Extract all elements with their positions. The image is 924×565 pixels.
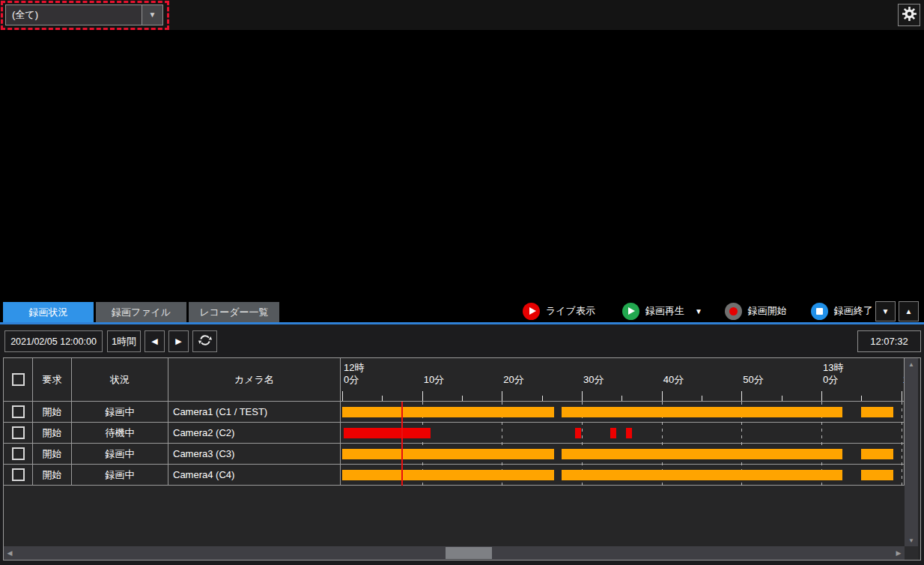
request-cell: 開始 [33,423,72,443]
scroll-down-icon[interactable]: ▼ [905,534,918,546]
record-stop-button[interactable]: 録画終了 [811,303,873,320]
select-all-checkbox[interactable] [12,373,25,386]
timeline-tick [382,396,383,401]
timeline-cell [341,444,905,464]
timeline-tick [582,391,583,401]
panel-expand-button[interactable]: ▲ [899,301,919,321]
scroll-left-icon[interactable]: ◀ [4,546,16,560]
live-view-button[interactable]: ライブ表示 [523,303,595,320]
datetime-field[interactable]: 2021/02/05 12:00:00 [4,330,103,352]
timeline-cell [341,402,905,422]
stop-icon [811,303,828,320]
prev-button[interactable]: ◀ [145,330,165,352]
header-status: 状況 [72,358,168,401]
record-start-label: 録画開始 [748,304,787,318]
range-button[interactable]: 1時間 [107,330,141,352]
row-checkbox[interactable] [12,405,25,418]
tab-recording-files[interactable]: 録画ファイル [96,302,186,322]
timeline-cell [341,465,905,485]
timeline-label: 30分 [583,362,604,386]
action-buttons: ライブ表示 録画再生 ▼ 録画開始 録画終了 [523,300,873,322]
timeline-header: 12時0分10分20分30分40分50分13時0分10分 [341,358,905,401]
table-row[interactable]: 開始 録画中 Camera4 (C4) [4,465,905,486]
timeline-tick [741,391,742,401]
camera-name-cell: Camera2 (C2) [168,423,341,443]
timeline-label: 40分 [663,362,684,386]
tab-recording-status[interactable]: 録画状況 [3,302,94,322]
timeline-label: 20分 [503,362,523,386]
timeline-tick [342,391,343,401]
camera-table: 要求 状況 カメラ名 12時0分10分20分30分40分50分13時0分10分 … [4,358,905,546]
header-request: 要求 [33,358,72,401]
timeline-tick [621,396,622,401]
timeline-tick [462,396,463,401]
chevron-down-icon[interactable]: ▼ [695,307,702,315]
horizontal-scrollbar[interactable]: ◀ ▶ [4,546,905,560]
chevron-down-icon[interactable]: ▼ [142,5,162,25]
row-checkbox[interactable] [12,447,25,460]
scrollbar-thumb[interactable] [446,547,492,559]
play-icon [523,303,540,320]
tab-bar: 録画状況 録画ファイル レコーダー一覧 [3,302,279,322]
timeline-tick [542,396,543,401]
timeline-tick [422,391,423,401]
table-header-row: 要求 状況 カメラ名 12時0分10分20分30分40分50分13時0分10分 [4,358,905,402]
recording-status-panel: 要求 状況 カメラ名 12時0分10分20分30分40分50分13時0分10分 … [3,357,921,561]
status-cell: 録画中 [72,444,168,464]
table-row[interactable]: 開始 録画中 Camera3 (C3) [4,444,905,465]
timeline-label: 12時0分 [344,362,364,386]
gear-icon [902,6,917,25]
record-icon [725,303,742,320]
camera-name-cell: Camera1 (C1 / TEST) [168,402,341,422]
scroll-up-icon[interactable]: ▲ [905,358,918,370]
row-checkbox[interactable] [12,426,25,439]
status-cell: 録画中 [72,465,168,485]
row-checkbox[interactable] [12,468,25,481]
next-button[interactable]: ▶ [168,330,189,352]
table-row[interactable]: 開始 録画中 Camera1 (C1 / TEST) [4,402,905,423]
vertical-scrollbar[interactable]: ▲ ▼ [905,358,918,546]
playback-button[interactable]: 録画再生 ▼ [622,303,702,320]
live-view-label: ライブ表示 [546,304,595,318]
timeline-label: 50分 [743,362,763,386]
recorder-filter-value: (全て) [6,5,142,25]
timeline-toolbar: 2021/02/05 12:00:00 1時間 ◀ ▶ 12:07:32 [0,324,924,357]
control-row: 録画状況 録画ファイル レコーダー一覧 ライブ表示 録画再生 ▼ 録画開始 録画… [0,300,924,322]
playback-label: 録画再生 [645,304,684,318]
tab-recorder-list[interactable]: レコーダー一覧 [189,302,279,322]
timeline-tick [902,391,902,401]
timeline-tick [702,396,702,401]
record-start-button[interactable]: 録画開始 [725,303,787,320]
timeline-tick [861,396,862,401]
recorder-filter-dropdown[interactable]: (全て) ▼ [5,4,163,25]
scrollbar-corner [905,546,918,560]
record-stop-label: 録画終了 [834,304,873,318]
camera-name-cell: Camera3 (C3) [168,444,341,464]
refresh-button[interactable] [192,330,217,352]
video-display-area [0,30,924,300]
current-time-clock: 12:07:32 [857,330,921,352]
camera-name-cell: Camera4 (C4) [168,465,341,485]
play-icon [622,303,639,320]
request-cell: 開始 [33,402,72,422]
scroll-right-icon[interactable]: ▶ [893,546,905,560]
status-cell: 待機中 [72,423,168,443]
timeline-tick [662,391,663,401]
top-bar: (全て) ▼ [0,0,924,30]
timeline-tick [502,391,502,401]
timeline-tick [821,391,822,401]
refresh-icon [198,333,213,350]
table-row[interactable]: 開始 待機中 Camera2 (C2) [4,423,905,444]
timeline-tick [782,396,782,401]
timeline-label: 10分 [424,362,444,386]
header-camera: カメラ名 [168,358,341,401]
request-cell: 開始 [33,444,72,464]
panel-collapse-button[interactable]: ▼ [875,301,896,321]
status-cell: 録画中 [72,402,168,422]
header-select-cell [4,358,33,401]
timeline-label: 13時0分 [823,362,843,386]
request-cell: 開始 [33,465,72,485]
settings-button[interactable] [898,4,920,26]
timeline-cell [341,423,905,443]
